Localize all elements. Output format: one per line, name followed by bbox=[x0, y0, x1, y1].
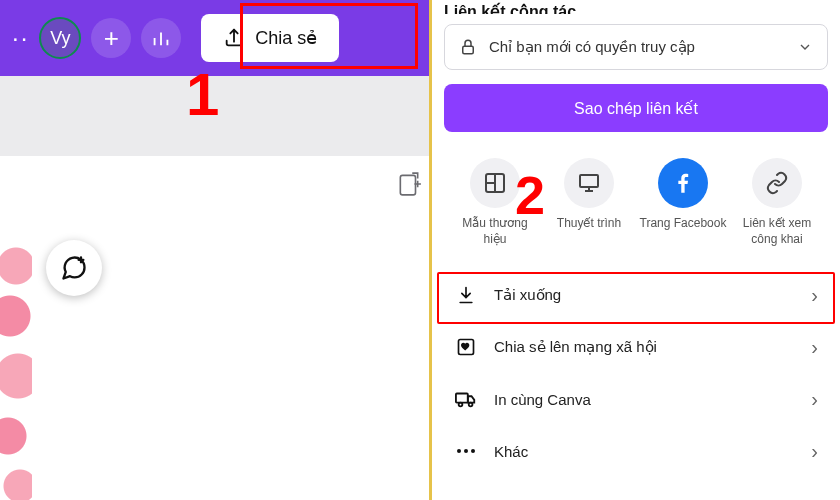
flower-decoration bbox=[0, 226, 32, 500]
ellipsis-icon: .. bbox=[12, 19, 29, 47]
add-page-button[interactable] bbox=[389, 164, 429, 204]
presentation-icon bbox=[564, 158, 614, 208]
download-icon bbox=[456, 285, 476, 305]
menu-item-label: Tải xuống bbox=[494, 286, 561, 304]
chevron-right-icon: › bbox=[811, 284, 818, 307]
canvas-area[interactable] bbox=[0, 156, 429, 500]
svg-rect-1 bbox=[463, 46, 474, 54]
svg-point-6 bbox=[459, 403, 463, 407]
heart-square-icon bbox=[456, 337, 476, 357]
share-option-label: Thuyết trình bbox=[557, 216, 621, 232]
menu-item-label: Khác bbox=[494, 443, 528, 460]
access-label: Chỉ bạn mới có quyền truy cập bbox=[489, 38, 695, 56]
upload-icon bbox=[223, 27, 245, 49]
svg-rect-5 bbox=[456, 394, 468, 403]
share-button-label: Chia sẻ bbox=[255, 27, 317, 49]
template-icon bbox=[470, 158, 520, 208]
share-option-public-link[interactable]: Liên kết xem công khai bbox=[732, 158, 822, 247]
copy-link-button[interactable]: Sao chép liên kết bbox=[444, 84, 828, 132]
share-option-present[interactable]: Thuyết trình bbox=[544, 158, 634, 247]
avatar[interactable]: Vy bbox=[39, 17, 81, 59]
copy-link-label: Sao chép liên kết bbox=[574, 99, 698, 118]
menu-item-share-social[interactable]: Chia sẻ lên mạng xã hội › bbox=[444, 321, 828, 373]
chevron-right-icon: › bbox=[811, 388, 818, 411]
menu-item-print-canva[interactable]: In cùng Canva › bbox=[444, 373, 828, 425]
menu-item-more[interactable]: Khác › bbox=[444, 425, 828, 477]
lock-icon bbox=[459, 38, 477, 56]
share-options-row: Mẫu thương hiệu Thuyết trình Trang Faceb… bbox=[444, 158, 828, 247]
comment-button[interactable] bbox=[46, 240, 102, 296]
share-panel: Liên kết cộng tác Chỉ bạn mới có quyền t… bbox=[432, 0, 840, 500]
access-dropdown[interactable]: Chỉ bạn mới có quyền truy cập bbox=[444, 24, 828, 70]
chevron-down-icon bbox=[797, 39, 813, 55]
add-collaborator-button[interactable]: + bbox=[91, 18, 131, 58]
truck-icon bbox=[455, 388, 477, 410]
share-option-label: Liên kết xem công khai bbox=[732, 216, 822, 247]
svg-point-7 bbox=[469, 403, 473, 407]
menu-item-label: Chia sẻ lên mạng xã hội bbox=[494, 338, 657, 356]
bar-chart-icon bbox=[150, 27, 172, 49]
share-menu-list: Tải xuống › Chia sẻ lên mạng xã hội › In… bbox=[444, 269, 828, 477]
share-option-label: Trang Facebook bbox=[640, 216, 727, 232]
share-panel-header: Liên kết cộng tác bbox=[444, 0, 828, 14]
svg-rect-3 bbox=[580, 175, 598, 187]
share-button[interactable]: Chia sẻ bbox=[201, 14, 339, 62]
comment-plus-icon bbox=[60, 254, 88, 282]
annotation-number-2: 2 bbox=[515, 164, 545, 226]
annotation-number-1: 1 bbox=[186, 60, 219, 129]
svg-rect-0 bbox=[400, 175, 415, 195]
ellipsis-icon bbox=[457, 449, 475, 453]
insights-button[interactable] bbox=[141, 18, 181, 58]
chevron-right-icon: › bbox=[811, 336, 818, 359]
menu-item-download[interactable]: Tải xuống › bbox=[444, 269, 828, 321]
add-page-icon bbox=[396, 171, 422, 197]
menu-item-label: In cùng Canva bbox=[494, 391, 591, 408]
chevron-right-icon: › bbox=[811, 440, 818, 463]
share-option-facebook[interactable]: Trang Facebook bbox=[638, 158, 728, 247]
facebook-icon bbox=[658, 158, 708, 208]
link-icon bbox=[752, 158, 802, 208]
